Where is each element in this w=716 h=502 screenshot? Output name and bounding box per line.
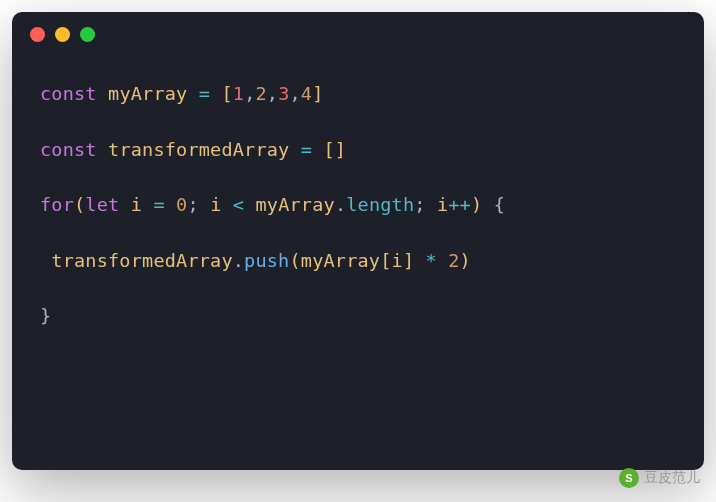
bracket: ] xyxy=(312,83,323,104)
variable: i xyxy=(392,250,403,271)
variable: i xyxy=(131,194,142,215)
paren: ) xyxy=(460,250,471,271)
code-content: const myArray = [1,2,3,4] const transfor… xyxy=(12,56,704,354)
number: 1 xyxy=(233,83,244,104)
operator: < xyxy=(233,194,244,215)
number: 3 xyxy=(278,83,289,104)
brace: } xyxy=(40,305,51,326)
comma: , xyxy=(267,83,278,104)
operator: ++ xyxy=(448,194,471,215)
bracket: ] xyxy=(403,250,414,271)
paren: ( xyxy=(289,250,300,271)
watermark-text: 豆皮范儿 xyxy=(644,469,700,487)
keyword: const xyxy=(40,83,97,104)
code-window: const myArray = [1,2,3,4] const transfor… xyxy=(12,12,704,470)
variable: transformedArray xyxy=(51,250,232,271)
variable: myArray xyxy=(256,194,335,215)
keyword: let xyxy=(85,194,119,215)
variable: myArray xyxy=(301,250,380,271)
keyword: const xyxy=(40,139,97,160)
variable: transformedArray xyxy=(108,139,289,160)
bracket: [ xyxy=(221,83,232,104)
variable: i xyxy=(210,194,221,215)
function: push xyxy=(244,250,289,271)
comma: , xyxy=(290,83,301,104)
number: 0 xyxy=(176,194,187,215)
operator: = xyxy=(199,83,210,104)
window-titlebar xyxy=(12,12,704,56)
paren: ) xyxy=(471,194,482,215)
semicolon: ; xyxy=(187,194,198,215)
watermark: S 豆皮范儿 xyxy=(619,468,700,488)
variable: myArray xyxy=(108,83,187,104)
keyword: for xyxy=(40,194,74,215)
watermark-icon: S xyxy=(619,468,639,488)
number: 4 xyxy=(301,83,312,104)
number: 2 xyxy=(255,83,266,104)
operator: = xyxy=(301,139,312,160)
bracket: [ xyxy=(324,139,335,160)
semicolon: ; xyxy=(414,194,425,215)
dot: . xyxy=(335,194,346,215)
bracket: [ xyxy=(380,250,391,271)
dot: . xyxy=(233,250,244,271)
variable: i xyxy=(437,194,448,215)
bracket: ] xyxy=(335,139,346,160)
operator: * xyxy=(426,250,437,271)
paren: ( xyxy=(74,194,85,215)
minimize-icon[interactable] xyxy=(55,27,70,42)
operator: = xyxy=(153,194,164,215)
comma: , xyxy=(244,83,255,104)
maximize-icon[interactable] xyxy=(80,27,95,42)
brace: { xyxy=(494,194,505,215)
close-icon[interactable] xyxy=(30,27,45,42)
number: 2 xyxy=(448,250,459,271)
property: length xyxy=(346,194,414,215)
